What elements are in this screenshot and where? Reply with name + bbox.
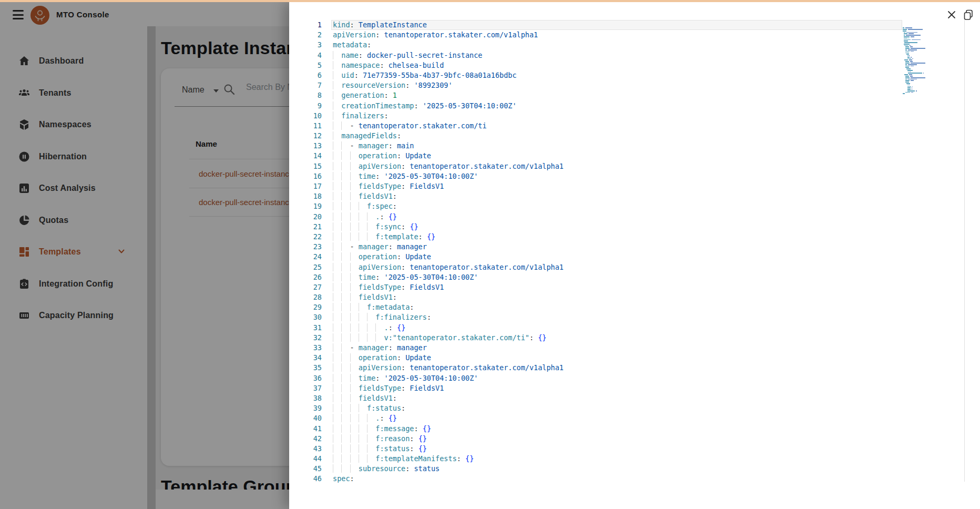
close-icon[interactable] xyxy=(945,8,958,21)
line-numbers: 1234567891011121314151617181920212223242… xyxy=(289,20,322,483)
editor-minimap[interactable] xyxy=(903,21,949,95)
editor-scrollbar[interactable] xyxy=(964,20,965,482)
copy-icon[interactable] xyxy=(962,8,975,21)
loading-bar xyxy=(0,0,980,2)
yaml-drawer: 1234567891011121314151617181920212223242… xyxy=(289,2,980,509)
yaml-editor[interactable]: 1234567891011121314151617181920212223242… xyxy=(289,20,980,483)
yaml-code: kind: TemplateInstanceapiVersion: tenant… xyxy=(333,20,564,483)
